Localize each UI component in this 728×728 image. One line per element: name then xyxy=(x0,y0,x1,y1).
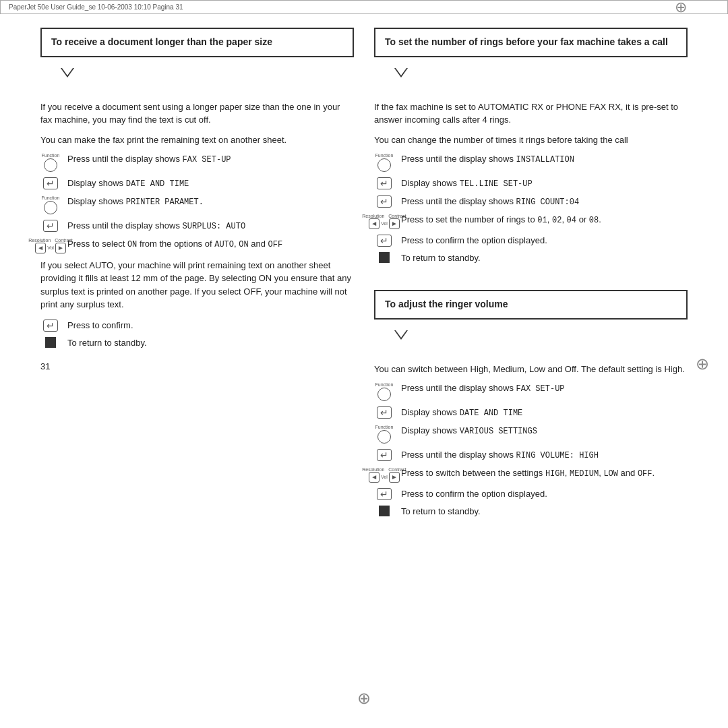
right-top-instr-3: ↵ Press until the display shows RING COU… xyxy=(374,195,688,208)
right-bottom-instr-6-text: Press to confirm the option displayed. xyxy=(401,488,688,500)
right-bottom-instr-4-text: Press until the display shows RING VOLUM… xyxy=(401,449,688,462)
left-instr-5: ResolutionContrast ◄ Vol ► Press to sele… xyxy=(40,238,354,253)
left-section-title: To receive a document longer than the pa… xyxy=(51,36,343,49)
right-bottom-instr-3-text: Display shows VARIOUS SETTINGS xyxy=(401,425,688,437)
right-top-instr-1: Function Press until the display shows I… xyxy=(374,153,688,172)
left-instr-1: Function Press until the display shows F… xyxy=(40,153,354,172)
right-bottom-instr-6: ↵ Press to confirm the option displayed. xyxy=(374,488,688,500)
enter-icon-3: ↵ xyxy=(40,320,61,332)
page-wrapper: PaperJet 50e User Guide_se 10-06-2003 10… xyxy=(0,0,728,728)
function-icon-5: Function xyxy=(374,425,394,444)
right-top-instr-6: To return to standby. xyxy=(374,252,688,264)
left-section-content: If you receive a document sent using a l… xyxy=(40,87,354,355)
left-instr-6: ↵ Press to confirm. xyxy=(40,320,354,332)
arrows-icon-2: ResolutionContrast ◄ Vol ► xyxy=(374,214,394,229)
right-bottom-instr-5-text: Press to switch between the settings HIG… xyxy=(401,467,688,480)
right-top-section-box: To set the number of rings before your f… xyxy=(374,28,688,57)
left-instr-7-text: To return to standby. xyxy=(67,337,354,349)
right-top-intro-1: If the fax machine is set to AUTOMATIC R… xyxy=(374,100,688,127)
bottom-crosshair-icon: ⊕ xyxy=(357,689,371,708)
arrows-icon-3: ResolutionContrast ◄ Vol ► xyxy=(374,467,394,483)
left-instr-2-text: Display shows DATE AND TIME xyxy=(67,177,354,190)
left-intro-1: If you receive a document sent using a l… xyxy=(40,100,354,127)
function-icon-2: Function xyxy=(40,195,61,214)
enter-icon-6: ↵ xyxy=(374,235,394,247)
stop-icon-1 xyxy=(40,337,61,348)
header-text: PaperJet 50e User Guide_se 10-06-2003 10… xyxy=(9,3,183,11)
enter-icon-2: ↵ xyxy=(40,220,61,232)
left-instr-5-text: Press to select ON from the options of A… xyxy=(67,238,354,251)
right-crosshair-icon: ⊕ xyxy=(696,355,709,373)
arrows-icon-1: ResolutionContrast ◄ Vol ► xyxy=(40,238,61,253)
right-top-content: If the fax machine is set to AUTOMATIC R… xyxy=(374,87,688,270)
function-icon-3: Function xyxy=(374,153,394,172)
left-instr-4-text: Press until the display shows SURPLUS: A… xyxy=(67,220,354,233)
left-instr-3-text: Display shows PRINTER PARAMET. xyxy=(67,195,354,208)
left-instr-2: ↵ Display shows DATE AND TIME xyxy=(40,177,354,190)
top-bar: PaperJet 50e User Guide_se 10-06-2003 10… xyxy=(0,0,728,14)
right-bottom-instr-7: To return to standby. xyxy=(374,506,688,518)
right-top-triangle-inner xyxy=(396,68,406,75)
right-bottom-instr-2: ↵ Display shows DATE AND TIME xyxy=(374,406,688,419)
right-bottom-instr-1: Function Press until the display shows F… xyxy=(374,382,688,401)
left-instr-6-text: Press to confirm. xyxy=(67,320,354,332)
left-instr-4: ↵ Press until the display shows SURPLUS:… xyxy=(40,220,354,233)
right-bottom-instr-4: ↵ Press until the display shows RING VOL… xyxy=(374,449,688,462)
left-instr-7: To return to standby. xyxy=(40,337,354,349)
left-instr-1-text: Press until the display shows FAX SET-UP xyxy=(67,153,354,166)
right-top-instr-3-text: Press until the display shows RING COUNT… xyxy=(401,195,688,208)
right-top-instr-5: ↵ Press to confirm the option displayed. xyxy=(374,235,688,247)
two-col-layout: To receive a document longer than the pa… xyxy=(40,28,688,702)
right-top-instr-5-text: Press to confirm the option displayed. xyxy=(401,235,688,247)
right-bottom-section-title: To adjust the ringer volume xyxy=(385,298,677,311)
right-bottom-instr-3: Function Display shows VARIOUS SETTINGS xyxy=(374,425,688,444)
right-top-instr-6-text: To return to standby. xyxy=(401,252,688,264)
right-top-instr-2-text: Display shows TEL.LINE SET-UP xyxy=(401,177,688,190)
enter-icon-8: ↵ xyxy=(374,449,394,461)
main-content: To receive a document longer than the pa… xyxy=(0,14,728,715)
right-top-intro-2: You can change the number of times it ri… xyxy=(374,133,688,147)
left-column: To receive a document longer than the pa… xyxy=(40,28,354,702)
left-triangle-inner xyxy=(62,68,73,75)
left-section-box: To receive a document longer than the pa… xyxy=(40,28,354,57)
right-bottom-instr-1-text: Press until the display shows FAX SET-UP xyxy=(401,382,688,395)
right-bottom-triangle-inner xyxy=(396,330,406,338)
left-instr-3: Function Display shows PRINTER PARAMET. xyxy=(40,195,354,214)
right-bottom-section-box: To adjust the ringer volume xyxy=(374,290,688,320)
stop-icon-3 xyxy=(374,506,394,516)
right-top-section-title: To set the number of rings before your f… xyxy=(385,36,677,49)
right-top-instr-2: ↵ Display shows TEL.LINE SET-UP xyxy=(374,177,688,190)
function-icon-4: Function xyxy=(374,382,394,401)
left-intro-2: You can make the fax print the remaining… xyxy=(40,133,354,147)
enter-icon-5: ↵ xyxy=(374,195,394,208)
enter-icon-4: ↵ xyxy=(374,177,394,189)
enter-icon-9: ↵ xyxy=(374,488,394,500)
stop-icon-2 xyxy=(374,252,394,263)
right-bottom-intro-1: You can switch between High, Medium, Low… xyxy=(374,363,688,376)
left-body-text: If you select AUTO, your machine will pr… xyxy=(40,259,354,311)
right-top-instr-4: ResolutionContrast ◄ Vol ► Press to set … xyxy=(374,214,688,229)
right-bottom-instr-7-text: To return to standby. xyxy=(401,506,688,518)
right-top-instr-1-text: Press until the display shows INSTALLATI… xyxy=(401,153,688,166)
function-icon-1: Function xyxy=(40,153,61,172)
enter-icon-7: ↵ xyxy=(374,406,394,419)
right-bottom-instr-5: ResolutionContrast ◄ Vol ► Press to swit… xyxy=(374,467,688,483)
page-number: 31 xyxy=(40,355,354,371)
crosshair-icon: ⊕ xyxy=(675,0,687,16)
right-bottom-instr-2-text: Display shows DATE AND TIME xyxy=(401,406,688,419)
right-column: To set the number of rings before your f… xyxy=(374,28,688,702)
right-top-instr-4-text: Press to set the number of rings to 01, … xyxy=(401,214,688,226)
enter-icon-1: ↵ xyxy=(40,177,61,189)
right-bottom-content: You can switch between High, Medium, Low… xyxy=(374,349,688,523)
